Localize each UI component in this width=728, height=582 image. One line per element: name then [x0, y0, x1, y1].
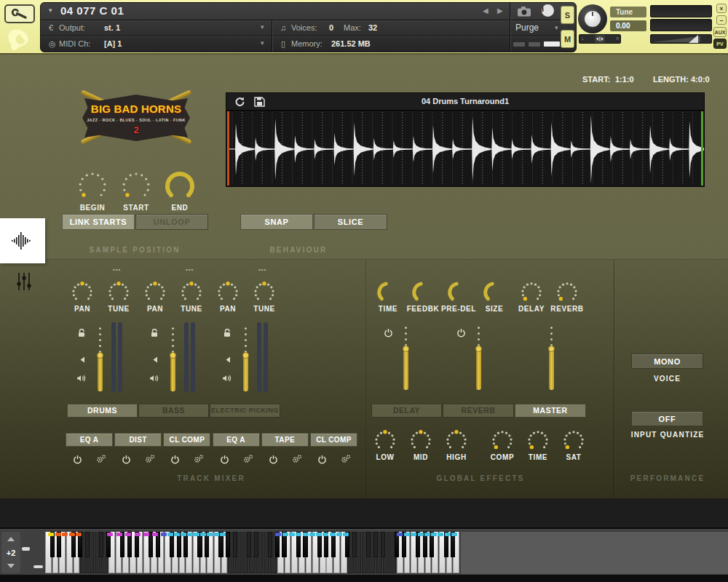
output-dropdown-icon[interactable]: ▾	[261, 23, 264, 31]
gear-icon[interactable]	[193, 454, 204, 467]
mute-button[interactable]: M	[561, 30, 574, 48]
tune-value-box[interactable]: 0.00	[610, 20, 646, 31]
next-arrow-icon[interactable]: ▶	[497, 7, 503, 15]
knob-tune[interactable]	[252, 280, 277, 305]
wave-end-marker[interactable]	[701, 111, 703, 186]
fx-slot-eq-a[interactable]: EQ A	[66, 433, 113, 447]
fader-cap[interactable]	[475, 346, 482, 352]
knob-low[interactable]	[373, 428, 397, 453]
waveform-display[interactable]	[228, 112, 704, 185]
fader[interactable]	[476, 348, 481, 390]
wrench-button[interactable]	[4, 4, 35, 23]
camera-icon[interactable]	[517, 6, 531, 20]
gear-icon[interactable]	[95, 454, 106, 467]
lock-icon[interactable]	[223, 327, 232, 340]
black-key[interactable]	[233, 532, 237, 557]
tab-reverb[interactable]: REVERB	[443, 404, 514, 418]
black-key[interactable]	[99, 532, 103, 557]
knob-menu-dots[interactable]: •••	[186, 266, 194, 273]
sample-view-tab[interactable]	[0, 218, 45, 263]
fader-cap[interactable]	[242, 352, 249, 359]
pan-slider-handle[interactable]	[595, 35, 605, 43]
purge-dropdown-icon[interactable]: ▾	[555, 24, 558, 31]
link-starts-button[interactable]: LINK STARTS	[62, 214, 135, 230]
close-button[interactable]: ×	[716, 4, 727, 13]
knob-size[interactable]	[482, 280, 507, 305]
title-dropdown-icon[interactable]: ▾	[49, 7, 52, 14]
power-icon[interactable]	[269, 454, 278, 467]
black-key[interactable]	[366, 532, 371, 557]
fader-cap[interactable]	[97, 352, 103, 359]
knob-pan[interactable]	[143, 280, 167, 305]
tab-electric-picking[interactable]: ELECTRIC PICKING	[210, 404, 280, 418]
knob-pan[interactable]	[215, 280, 240, 305]
black-key[interactable]	[268, 532, 272, 557]
instrument-title[interactable]: 04 077 C 01	[60, 4, 124, 17]
gear-icon[interactable]	[242, 454, 253, 467]
wave-start-marker[interactable]	[227, 111, 229, 186]
purge-button[interactable]: Purge	[515, 23, 539, 33]
keyboard-scroll-handle[interactable]	[22, 547, 30, 551]
power-icon[interactable]	[456, 327, 466, 340]
knob-feedbk[interactable]	[411, 280, 435, 305]
lock-icon[interactable]	[77, 327, 86, 340]
mixer-view-tab[interactable]	[15, 271, 33, 292]
knob-menu-dots[interactable]: •••	[258, 266, 266, 273]
tab-master[interactable]: MASTER	[515, 404, 586, 418]
knob-sat[interactable]	[561, 428, 586, 453]
power-icon[interactable]	[170, 454, 180, 467]
tab-bass[interactable]: BASS	[138, 404, 209, 418]
slice-button[interactable]: SLICE	[314, 214, 387, 230]
knob-pre-del[interactable]	[446, 280, 471, 305]
minimize-button[interactable]: –	[716, 15, 727, 25]
fader[interactable]	[403, 348, 408, 390]
power-icon[interactable]	[317, 454, 327, 467]
black-key[interactable]	[85, 532, 90, 557]
output-value[interactable]: st. 1	[104, 23, 120, 32]
aux-button[interactable]: AUX	[713, 27, 727, 37]
octave-up-button[interactable]	[7, 537, 15, 541]
fx-slot-dist[interactable]: DIST	[114, 433, 162, 447]
speaker-icon[interactable]	[76, 372, 87, 386]
knob-comp[interactable]	[490, 428, 515, 453]
knob-menu-dots[interactable]: •••	[113, 266, 121, 273]
snap-button[interactable]: SNAP	[240, 214, 313, 230]
mono-button[interactable]: MONO	[631, 354, 703, 369]
gear-icon[interactable]	[291, 454, 302, 467]
knob-mid[interactable]	[408, 428, 433, 453]
power-icon[interactable]	[220, 454, 229, 467]
low-volume-icon[interactable]	[224, 353, 231, 366]
speaker-icon[interactable]	[222, 372, 232, 386]
keyboard-zoom-handle[interactable]	[33, 565, 43, 568]
fx-slot-cl-comp[interactable]: CL COMP	[310, 433, 357, 447]
fader-cap[interactable]	[170, 352, 176, 359]
black-key[interactable]	[247, 532, 251, 557]
knob-delay[interactable]	[519, 280, 544, 305]
fx-slot-cl-comp[interactable]: CL COMP	[163, 433, 210, 447]
gear-icon[interactable]	[144, 454, 155, 467]
waveform-panel[interactable]: 04 Drums Turnaround1	[226, 92, 705, 187]
knob-end[interactable]	[162, 169, 197, 204]
prev-arrow-icon[interactable]: ◀	[483, 7, 488, 15]
knob-time[interactable]	[526, 428, 550, 453]
fader-cap[interactable]	[403, 346, 409, 352]
knob-start[interactable]	[119, 169, 154, 204]
gear-icon[interactable]	[340, 454, 351, 467]
black-key[interactable]	[254, 532, 258, 557]
black-key[interactable]	[226, 532, 230, 557]
knob-begin[interactable]	[75, 169, 110, 204]
lock-icon[interactable]	[150, 327, 159, 340]
low-volume-icon[interactable]	[79, 353, 85, 366]
fader-cap[interactable]	[548, 346, 555, 352]
unloop-button[interactable]: UNLOOP	[135, 214, 208, 230]
black-key[interactable]	[381, 532, 385, 557]
fader[interactable]	[549, 348, 554, 390]
start-value[interactable]: 1:1:0	[615, 75, 634, 84]
length-value[interactable]: 4:0:0	[691, 75, 710, 84]
tab-drums[interactable]: DRUMS	[67, 404, 138, 418]
speaker-icon[interactable]	[149, 372, 159, 386]
fx-slot-tape[interactable]: TAPE	[261, 433, 309, 447]
solo-button[interactable]: S	[561, 6, 574, 24]
fader[interactable]	[98, 355, 103, 391]
knob-time[interactable]	[376, 280, 400, 305]
